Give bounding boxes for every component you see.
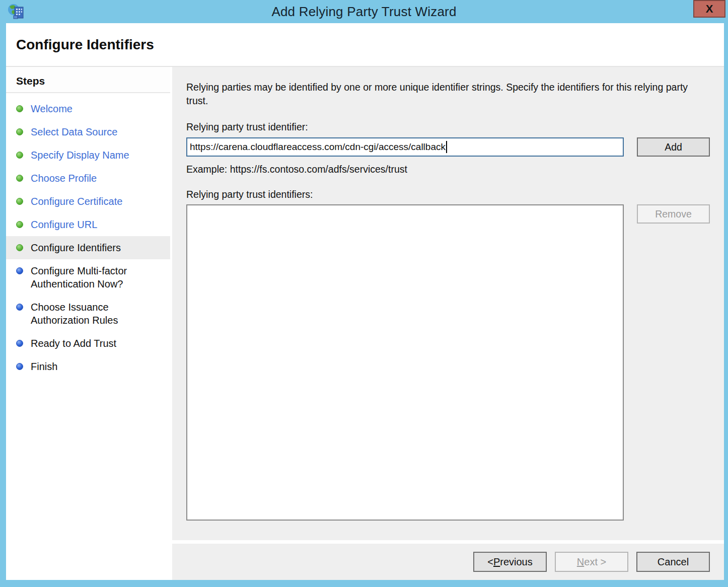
sidebar-item-configure-identifiers[interactable]: Configure Identifiers [6,236,170,259]
identifiers-listbox[interactable] [186,204,624,521]
wizard-window: Add Relying Party Trust Wizard X Configu… [0,0,728,587]
identifiers-list-label: Relying party trust identifiers: [186,189,711,200]
example-text: Example: https://fs.contoso.com/adfs/ser… [186,164,711,175]
sidebar-item-choose-profile[interactable]: Choose Profile [6,167,170,190]
step-status-icon [16,340,23,347]
sidebar-item-specify-display-name[interactable]: Specify Display Name [6,143,170,167]
sidebar-item-welcome[interactable]: Welcome [6,97,170,120]
step-status-icon [16,128,23,135]
adfs-app-icon [7,3,25,21]
sidebar-item-choose-issuance-authorization-rules: Choose Issuance Authorization Rules [6,296,170,332]
step-status-icon [16,221,23,228]
step-label: Welcome [31,102,72,115]
close-button[interactable]: X [693,0,725,18]
page-header: Configure Identifiers [6,23,724,67]
step-label: Choose Profile [31,172,97,185]
main-pane: Relying parties may be identified by one… [172,67,724,540]
sidebar-item-configure-url[interactable]: Configure URL [6,213,170,236]
next-button[interactable]: Next > [555,552,628,572]
step-label: Configure Multi-factor Authentication No… [31,264,157,290]
step-status-icon [16,198,23,205]
step-label: Configure Certificate [31,195,122,208]
steps-list: WelcomeSelect Data SourceSpecify Display… [6,93,170,378]
identifier-input-value: https://carena.cloudflareaccess.com/cdn-… [190,141,446,153]
step-status-icon [16,244,23,251]
step-label: Configure Identifiers [31,241,121,254]
identifier-input[interactable]: https://carena.cloudflareaccess.com/cdn-… [186,137,624,157]
step-status-icon [16,363,23,370]
sidebar-item-configure-certificate[interactable]: Configure Certificate [6,190,170,213]
page-title: Configure Identifiers [16,37,154,53]
steps-heading: Steps [6,67,170,93]
sidebar-item-configure-multi-factor-authentication-now: Configure Multi-factor Authentication No… [6,259,170,296]
steps-sidebar: Steps WelcomeSelect Data SourceSpecify D… [6,67,172,580]
step-label: Specify Display Name [31,149,129,162]
sidebar-item-finish: Finish [6,355,170,378]
sidebar-item-select-data-source[interactable]: Select Data Source [6,120,170,143]
add-button[interactable]: Add [637,137,710,157]
step-status-icon [16,105,23,112]
footer-divider [172,540,724,544]
step-status-icon [16,175,23,182]
window-title: Add Relying Party Trust Wizard [271,4,456,20]
step-status-icon [16,152,23,159]
identifier-field-label: Relying party trust identifier: [186,121,711,133]
remove-button[interactable]: Remove [637,204,710,224]
cancel-button[interactable]: Cancel [636,552,710,572]
step-label: Select Data Source [31,125,117,138]
step-label: Finish [31,360,57,373]
window-frame: Configure Identifiers Steps WelcomeSelec… [6,23,724,580]
page-description: Relying parties may be identified by one… [186,81,702,108]
step-status-icon [16,304,23,311]
title-bar: Add Relying Party Trust Wizard X [0,0,728,23]
step-status-icon [16,267,23,274]
text-caret [446,141,447,153]
step-label: Ready to Add Trust [31,337,116,350]
footer-button-bar: < Previous Next > Cancel [172,544,724,580]
sidebar-item-ready-to-add-trust: Ready to Add Trust [6,332,170,355]
previous-button[interactable]: < Previous [473,552,547,572]
step-label: Configure URL [31,218,97,231]
step-label: Choose Issuance Authorization Rules [31,301,157,327]
